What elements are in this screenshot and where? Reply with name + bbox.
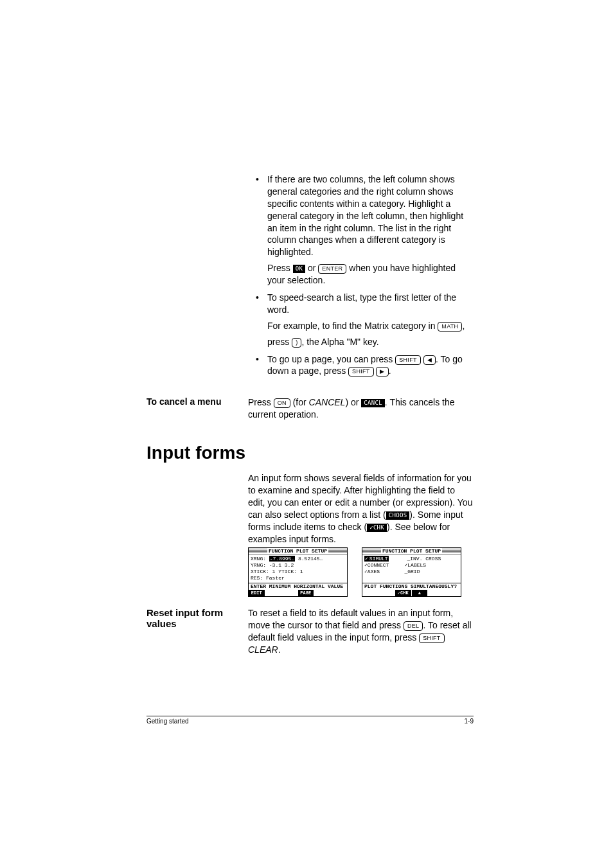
calc1-line1: XRNG: -7.8995… 8.52145… xyxy=(251,556,345,562)
calc2-menu: ✓CHK ▲ PAGE xyxy=(362,590,461,596)
bullet-1: • If there are two columns, the left col… xyxy=(248,173,474,287)
calc1-line4: RES: Faster xyxy=(251,575,345,581)
bullet2-line1: To speed-search a list, type the first l… xyxy=(267,292,474,316)
text: . xyxy=(278,644,281,655)
cancel-menu-row: To cancel a menu Press ON (for CANCEL) o… xyxy=(147,396,474,421)
math-key-icon: MATH xyxy=(438,322,462,332)
calc-menu-item xyxy=(265,590,282,596)
calc-screenshot-2: FUNCTION PLOT SETUP ✓SIMULT _INV. CROSS … xyxy=(362,547,461,597)
reset-row: Reset input form values To reset a field… xyxy=(147,607,474,656)
bullet1-para2: Press OK or ENTER when you have highligh… xyxy=(267,262,474,287)
calc1-line3: XTICK: 1 YTICK: 1 xyxy=(251,569,345,575)
text: For example, to find the Matrix category… xyxy=(267,321,438,331)
text: ) or xyxy=(345,397,361,407)
ok-softkey-icon: OK xyxy=(293,265,305,273)
calc1-title: FUNCTION PLOT SETUP xyxy=(249,548,347,554)
calc-menu-item xyxy=(362,590,379,596)
inputforms-para: An input form shows several fields of in… xyxy=(248,472,474,545)
calc-screenshots: FUNCTION PLOT SETUP XRNG: -7.8995… 8.521… xyxy=(248,547,474,597)
shift-key-icon: SHIFT xyxy=(419,633,445,643)
bullet-dot: • xyxy=(248,292,267,348)
heading-input-forms: Input forms xyxy=(147,443,474,463)
bullet2-line3: press ), the Alpha "M" key. xyxy=(267,336,474,348)
calc-menu-item: ▲ PAGE xyxy=(412,590,429,596)
bullet2-line2: For example, to find the Matrix category… xyxy=(267,320,474,332)
text: . xyxy=(389,366,391,376)
calc1-line2: YRNG: -3.1 3.2 xyxy=(251,562,345,569)
page-footer: Getting started 1-9 xyxy=(147,716,474,725)
left-arrow-key-icon: ◀ xyxy=(423,355,436,365)
calc-menu-item xyxy=(281,590,298,596)
calc-menu-item xyxy=(314,590,331,596)
shift-key-icon: SHIFT xyxy=(395,355,421,365)
text: Press xyxy=(267,263,293,273)
text: press xyxy=(267,337,292,347)
bullets-block: • If there are two columns, the left col… xyxy=(147,173,474,382)
calc-menu-item xyxy=(445,590,461,596)
on-key-icon: ON xyxy=(274,398,290,408)
calc2-row2: ✓CONNECT ✓LABELS xyxy=(364,562,459,569)
enter-key-icon: ENTER xyxy=(318,264,346,274)
footer-left: Getting started xyxy=(147,718,189,725)
choos-softkey-icon: CHOOS xyxy=(386,511,410,520)
bullet1-text: If there are two columns, the left colum… xyxy=(267,173,474,258)
cancel-italic: CANCEL xyxy=(309,397,346,407)
text: (for xyxy=(290,397,309,407)
calc-menu-item xyxy=(379,590,396,596)
paren-key-icon: ) xyxy=(292,338,301,348)
calc-screenshot-1: FUNCTION PLOT SETUP XRNG: -7.8995… 8.521… xyxy=(248,547,348,597)
right-arrow-key-icon: ▶ xyxy=(376,367,388,376)
page: • If there are two columns, the left col… xyxy=(0,0,613,868)
calc2-row3: ✓AXES _GRID xyxy=(364,569,459,575)
bullet-3: • To go up a page, you can press SHIFT ◀… xyxy=(248,353,474,378)
calc2-row1: ✓SIMULT _INV. CROSS xyxy=(364,556,459,562)
calc1-help: ENTER MINIMUM HORIZONTAL VALUE xyxy=(249,583,347,590)
text: , the Alpha "M" key. xyxy=(301,337,378,347)
bullet-dot: • xyxy=(248,173,267,287)
cancl-softkey-icon: CANCL xyxy=(361,399,385,407)
calc2-help: PLOT FUNCTIONS SIMULTANEOUSLY? xyxy=(362,583,461,590)
text: , xyxy=(462,321,465,331)
chk-softkey-icon: ✓CHK xyxy=(367,524,387,532)
del-key-icon: DEL xyxy=(404,621,423,631)
calc2-title: FUNCTION PLOT SETUP xyxy=(362,548,461,554)
calc-menu-item: ✓CHK xyxy=(395,590,412,596)
bullet-dot: • xyxy=(248,353,267,378)
bullet-2: • To speed-search a list, type the first… xyxy=(248,292,474,348)
sidehead-cancel-menu: To cancel a menu xyxy=(147,396,242,407)
footer-right: 1-9 xyxy=(465,718,474,725)
text: or xyxy=(305,263,318,273)
calc-menu-item xyxy=(331,590,348,596)
sidehead-reset: Reset input form values xyxy=(147,607,242,629)
inputforms-row: An input form shows several fields of in… xyxy=(147,472,474,601)
text: To go up a page, you can press xyxy=(267,354,395,364)
calc1-menu: EDIT PAGE ▼ xyxy=(249,590,347,596)
calc-menu-item xyxy=(428,590,445,596)
clear-label: CLEAR xyxy=(248,644,278,655)
shift-key-icon: SHIFT xyxy=(348,367,374,376)
text: Press xyxy=(248,397,274,407)
calc-menu-item: EDIT xyxy=(249,590,265,596)
calc-menu-item: PAGE ▼ xyxy=(298,590,315,596)
